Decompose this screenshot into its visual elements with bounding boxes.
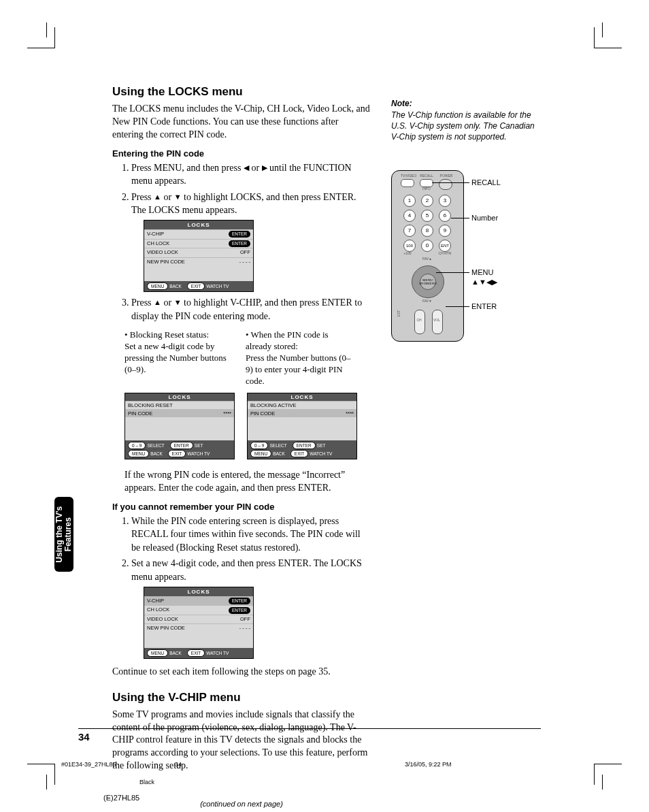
vchip-body: Some TV programs and movies include sign… [112,709,371,773]
crop-mark [46,775,47,790]
remote-ch-rocker [414,310,425,334]
crop-mark [46,22,47,37]
remote-btn-1: 1 [403,195,416,207]
remote-btn-7: 7 [403,225,416,237]
bullet-reset: • Blocking Reset status: Set a new 4-dig… [124,329,233,387]
remote-btn-3: 3 [439,195,451,207]
heading-locks: Using the LOCKS menu [112,85,371,99]
down-arrow-icon: ▼ [174,193,182,201]
osd-title: LOCKS [144,221,253,229]
continued-text: (continued on next page) [112,800,371,808]
remote-menu-button: MENU/ DVDMENU [420,274,436,290]
remote-btn-100: 100 [403,240,416,252]
heading-entering-pin: Entering the PIN code [112,148,371,159]
crop-mark [602,775,603,790]
crop-mark-br [594,764,622,785]
remote-btn-0: 0 [421,240,433,252]
forgot-step-2: Set a new 4-digit code, and then press E… [131,557,371,658]
right-arrow-icon: ▶ [262,163,267,172]
forgot-step-1: While the PIN code entering screen is di… [131,515,371,555]
heading-vchip: Using the V-CHIP menu [112,691,371,704]
up-arrow-icon: ▲ [154,193,161,201]
left-arrow-icon: ◀ [244,163,249,172]
callout-enter: ENTER [471,302,497,310]
remote-btn-4: 4 [403,210,416,222]
chapter-tab-text: Using the TV's Features [55,506,73,563]
remote-btn-9: 9 [439,225,451,237]
step-1: Press MENU, and then press ◀ or ▶ until … [131,161,371,188]
note-body: The V-Chip function is available for the… [391,110,541,143]
locks-intro: The LOCKS menu includes the V-Chip, CH L… [112,103,371,142]
remote-diagram: TV/VIDEO RECALL POWER INFO 1 2 3 4 5 6 7… [391,170,463,340]
page-number: 34 [78,731,90,743]
note-heading: Note: [391,99,541,108]
osd-blocking-reset: LOCKS BLOCKING RESET PIN CODE**** 0 – 9S… [124,393,235,459]
remote-btn-2: 2 [421,195,433,207]
remote-vol-rocker [432,310,443,334]
osd-locks-menu-2: LOCKS V-CHIPENTER CH LOCKENTER VIDEO LOC… [144,587,254,659]
remote-btn-6: 6 [439,210,451,222]
remote-btn-ent: ENT [439,240,451,252]
crop-mark-tr [594,27,622,48]
bullet-stored: • When the PIN code is already stored: P… [246,329,354,387]
footer-timestamp: 3/16/05, 9:22 PM [405,761,452,768]
page-rule [78,728,541,729]
chapter-tab: Using the TV's Features [54,497,73,572]
crop-mark-bl [27,764,55,785]
continue-text: Continue to set each item following the … [112,666,371,679]
footer-page: 34 [175,761,182,768]
crop-mark [602,22,603,37]
up-arrow-icon: ▲ [154,298,161,306]
callout-recall: RECALL [471,178,501,186]
osd-locks-menu: LOCKS V-CHIPENTER CH LOCKENTER VIDEO LOC… [144,220,254,292]
footer-file: #01E34-39_27HL85 [61,761,116,768]
crop-mark-tl [27,27,55,48]
remote-btn-5: 5 [421,210,433,222]
step-2: Press ▲ or ▼ to highlight LOCKS, and the… [131,191,371,292]
step-3: Press ▲ or ▼ to highlight V-CHIP, and th… [131,296,371,323]
wrong-pin-text: If the wrong PIN code is entered, the me… [124,469,371,495]
callout-arrows: ▲▼◀▶ [471,278,497,287]
callout-number: Number [471,214,498,222]
callout-menu: MENU [471,268,493,276]
osd-blocking-active: LOCKS BLOCKING ACTIVE PIN CODE**** 0 – 9… [247,393,357,459]
footer-doc: (E)27HL85 [103,794,139,802]
down-arrow-icon: ▼ [174,298,182,306]
heading-forgot-pin: If you cannot remember your PIN code [112,502,371,512]
remote-btn-8: 8 [421,225,433,237]
footer-black: Black [139,779,154,785]
